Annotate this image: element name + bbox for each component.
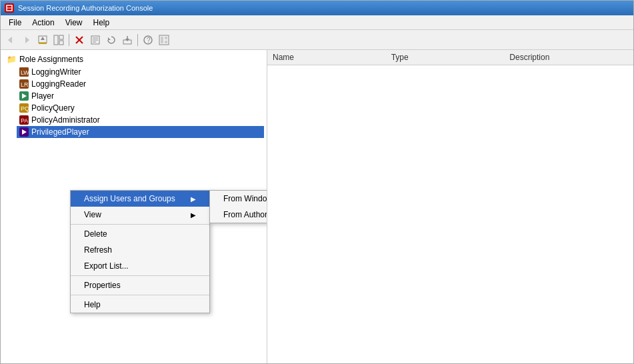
export-button[interactable] — [120, 33, 135, 47]
app-icon — [5, 3, 14, 13]
delete-button[interactable] — [72, 33, 87, 47]
ctx-refresh[interactable]: Refresh — [71, 242, 209, 258]
menu-file[interactable]: File — [3, 17, 27, 29]
ctx-arrow-view: ▶ — [191, 211, 196, 219]
svg-marker-6 — [41, 37, 45, 40]
context-menu: Assign Users and Groups ▶ View ▶ Delete … — [70, 190, 210, 313]
tree-children: LW LoggingWriter LR LoggingReader — [3, 66, 264, 138]
ctx-sep-2 — [71, 275, 209, 276]
tree-item-label: PolicyQuery — [31, 103, 75, 113]
ctx-properties[interactable]: Properties — [71, 277, 209, 293]
svg-rect-5 — [39, 43, 47, 44]
svg-text:PQ: PQ — [21, 105, 29, 112]
submenu-auth-manager-label: From Authorization Manager... — [223, 210, 267, 219]
submenu-windows-ad[interactable]: From Windows and Active Directory... — [210, 191, 267, 207]
left-panel: 📁 Role Assignments LW LoggingWriter — [1, 50, 267, 363]
ctx-help[interactable]: Help — [71, 297, 209, 313]
ctx-sep-3 — [71, 295, 209, 295]
policy-admin-icon: PA — [19, 115, 29, 125]
back-button[interactable] — [3, 33, 18, 47]
svg-rect-24 — [165, 37, 167, 39]
svg-text:LW: LW — [21, 69, 29, 76]
col-type: Type — [391, 53, 510, 62]
svg-rect-9 — [59, 41, 63, 45]
tree-item-player[interactable]: Player — [17, 90, 264, 102]
toolbar-sep-1 — [69, 34, 69, 46]
ctx-refresh-label: Refresh — [84, 245, 112, 255]
help-button[interactable]: ? — [141, 33, 155, 47]
ctx-assign-users-label: Assign Users and Groups — [84, 194, 175, 203]
ctx-export-list[interactable]: Export List... — [71, 258, 209, 274]
tree-item-label: Player — [31, 91, 54, 101]
up-button[interactable] — [35, 33, 50, 47]
show-hide-button[interactable] — [51, 33, 66, 47]
tree-item-logging-writer[interactable]: LW LoggingWriter — [17, 66, 264, 78]
ctx-sep-1 — [71, 224, 209, 225]
submenu: From Windows and Active Directory... Fro… — [209, 190, 267, 223]
tree-item-label: LoggingReader — [31, 79, 86, 89]
toolbar-sep-2 — [137, 34, 138, 46]
svg-text:LR: LR — [21, 81, 29, 88]
tree-item-label: PolicyAdministrator — [31, 115, 100, 125]
tree-item-policy-admin[interactable]: PA PolicyAdministrator — [17, 114, 264, 126]
svg-rect-7 — [54, 35, 58, 45]
col-description: Description — [509, 53, 628, 62]
privileged-player-icon — [19, 127, 29, 137]
toolbar: ? — [1, 30, 633, 50]
ctx-delete[interactable]: Delete — [71, 226, 209, 242]
folder-icon: 📁 — [6, 54, 17, 65]
logging-reader-icon: LR — [19, 79, 29, 89]
menu-action[interactable]: Action — [27, 17, 59, 29]
svg-rect-23 — [161, 37, 163, 43]
ctx-delete-label: Delete — [84, 229, 107, 239]
svg-marker-16 — [108, 37, 111, 40]
table-header: Name Type Description — [267, 50, 633, 65]
ctx-view-label: View — [84, 210, 101, 219]
main-window: Session Recording Authorization Console … — [0, 0, 634, 364]
tree-item-label: LoggingWriter — [31, 67, 81, 77]
menu-help[interactable]: Help — [88, 17, 115, 29]
title-bar: Session Recording Authorization Console — [1, 1, 633, 15]
ctx-view[interactable]: View ▶ — [71, 207, 209, 223]
right-panel: Name Type Description — [267, 50, 633, 363]
properties-button[interactable] — [88, 33, 103, 47]
tree-item-privileged-player[interactable]: PrivilegedPlayer — [17, 126, 264, 138]
menu-view[interactable]: View — [60, 17, 88, 29]
svg-marker-3 — [25, 37, 29, 43]
svg-rect-25 — [165, 41, 167, 43]
ctx-export-list-label: Export List... — [84, 261, 129, 271]
player-icon — [19, 91, 29, 101]
col-name: Name — [273, 53, 391, 62]
refresh-button[interactable] — [104, 33, 119, 47]
ctx-help-label: Help — [84, 300, 101, 309]
submenu-auth-manager[interactable]: From Authorization Manager... — [210, 207, 267, 223]
tree-item-logging-reader[interactable]: LR LoggingReader — [17, 78, 264, 90]
svg-rect-8 — [59, 35, 63, 39]
ctx-arrow-assign: ▶ — [191, 195, 196, 203]
svg-text:PA: PA — [21, 117, 28, 124]
svg-marker-2 — [8, 37, 12, 43]
ctx-assign-users[interactable]: Assign Users and Groups ▶ — [71, 191, 209, 207]
forward-button[interactable] — [19, 33, 34, 47]
menu-bar: File Action View Help — [1, 15, 633, 30]
tree-item-label: PrivilegedPlayer — [31, 127, 89, 137]
policy-query-icon: PQ — [19, 103, 29, 113]
tree-root-label: Role Assignments — [19, 55, 83, 64]
logging-writer-icon: LW — [19, 67, 29, 77]
tree-root[interactable]: 📁 Role Assignments — [3, 53, 264, 66]
tree-item-policy-query[interactable]: PQ PolicyQuery — [17, 102, 264, 114]
main-content: 📁 Role Assignments LW LoggingWriter — [1, 50, 633, 363]
window-title: Session Recording Authorization Console — [18, 4, 153, 12]
submenu-windows-ad-label: From Windows and Active Directory... — [223, 194, 267, 203]
svg-text:?: ? — [147, 37, 151, 44]
console-button[interactable] — [157, 33, 171, 47]
ctx-properties-label: Properties — [84, 281, 121, 290]
